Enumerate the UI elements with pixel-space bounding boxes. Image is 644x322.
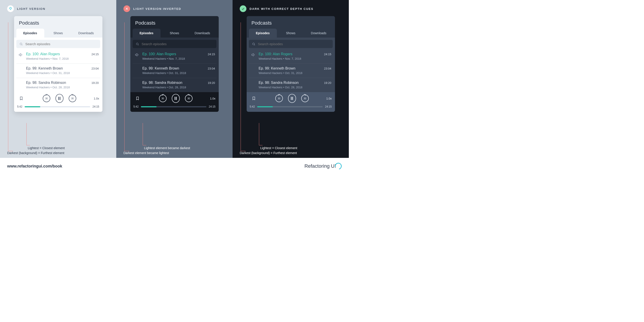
total-time: 24:15 — [92, 105, 99, 108]
annotation: Lightest = Closest element — [240, 146, 342, 150]
tab-episodes[interactable]: Episodes — [249, 28, 277, 38]
search-input[interactable] — [132, 40, 216, 48]
progress-bar[interactable] — [257, 106, 323, 107]
speaker-icon — [18, 52, 24, 60]
skip-forward-button[interactable]: 30 — [68, 94, 76, 102]
search-icon — [20, 42, 23, 46]
panel-inverted: LIGHT VERSION INVERTED Podcasts Episodes… — [116, 0, 232, 158]
tab-downloads[interactable]: Downloads — [72, 28, 100, 38]
episode-subtitle: Weekend Hackers • Nov. 7, 2018 — [142, 57, 215, 60]
tab-shows[interactable]: Shows — [44, 28, 72, 38]
skip-forward-button[interactable]: 30 — [301, 94, 309, 102]
episode-item[interactable]: Ep. 98: Sandra Robinson19:20 Weekend Hac… — [132, 78, 216, 92]
episode-subtitle: Weekend Hackers • Oct. 31, 2018 — [259, 71, 332, 75]
speaker-icon — [134, 52, 140, 60]
episode-item[interactable]: Ep. 99: Kenneth Brown23:04 Weekend Hacke… — [132, 64, 216, 78]
tab-episodes[interactable]: Episodes — [132, 28, 160, 38]
episode-title: Ep. 100: Alan Rogers — [259, 52, 292, 56]
episode-item[interactable]: Ep. 99: Kenneth Brown23:04 Weekend Hacke… — [249, 64, 333, 78]
tab-downloads[interactable]: Downloads — [305, 28, 333, 38]
episode-subtitle: Weekend Hackers • Nov. 7, 2018 — [26, 57, 99, 60]
progress-bar[interactable] — [24, 106, 90, 107]
panel-title: DARK WITH CORRECT DEPTH CUES — [250, 7, 314, 10]
episode-item[interactable]: Ep. 98: Sandra Robinson19:20 Weekend Hac… — [249, 78, 333, 92]
svg-marker-9 — [19, 54, 21, 56]
search-input[interactable] — [249, 40, 333, 48]
total-time: 24:15 — [325, 105, 332, 108]
annotation: Darkest (background) = Furthest element — [7, 151, 109, 155]
progress-bar[interactable] — [141, 106, 206, 107]
episode-duration: 24:15 — [208, 52, 215, 56]
annotation-leader — [143, 123, 146, 145]
tab-downloads[interactable]: Downloads — [188, 28, 216, 38]
annotation-leader — [8, 22, 13, 151]
search-field[interactable] — [142, 42, 213, 46]
svg-line-16 — [254, 44, 255, 45]
episode-title: Ep. 98: Sandra Robinson — [259, 81, 299, 85]
tab-shows[interactable]: Shows — [160, 28, 188, 38]
episode-title: Ep. 100: Alan Rogers — [142, 52, 176, 56]
episode-subtitle: Weekend Hackers • Oct. 28, 2018 — [26, 86, 99, 89]
speed-button[interactable]: 1.0x — [326, 97, 332, 100]
bookmark-button[interactable] — [250, 94, 258, 102]
episode-subtitle: Weekend Hackers • Oct. 28, 2018 — [259, 86, 332, 89]
elapsed-time: 5:42 — [134, 105, 139, 108]
search-input[interactable] — [16, 40, 100, 48]
episode-duration: 23:04 — [92, 67, 99, 70]
episode-duration: 19:20 — [208, 81, 215, 84]
pause-button[interactable] — [288, 94, 296, 102]
episode-item[interactable]: Ep. 100: Alan Rogers24:15 Weekend Hacker… — [132, 50, 216, 64]
skip-forward-button[interactable]: 30 — [185, 94, 193, 102]
svg-marker-14 — [135, 54, 137, 56]
panel-light: LIGHT VERSION Podcasts Episodes Shows Do… — [0, 0, 116, 158]
skip-back-button[interactable]: 30 — [42, 94, 50, 102]
episode-item[interactable]: Ep. 100: Alan Rogers24:15 Weekend Hacker… — [16, 50, 100, 64]
episode-title: Ep. 100: Alan Rogers — [26, 52, 60, 56]
speed-button[interactable]: 1.0x — [94, 97, 99, 100]
episode-item[interactable]: Ep. 100: Alan Rogers24:15 Weekend Hacker… — [249, 50, 333, 64]
episode-duration: 23:04 — [324, 67, 332, 70]
skip-back-button[interactable]: 30 — [159, 94, 167, 102]
episode-subtitle: Weekend Hackers • Oct. 28, 2018 — [142, 86, 215, 89]
search-field[interactable] — [258, 42, 330, 46]
footer: www.refactoringui.com/book Refactoring U… — [0, 158, 349, 174]
elapsed-time: 5:42 — [17, 105, 22, 108]
panel-title: LIGHT VERSION INVERTED — [133, 7, 181, 10]
episode-item[interactable]: Ep. 98: Sandra Robinson19:20 Weekend Hac… — [16, 78, 100, 92]
podcast-card: Podcasts Episodes Shows Downloads Ep. 10… — [130, 16, 219, 112]
search-icon — [252, 42, 255, 46]
svg-point-12 — [136, 43, 138, 45]
svg-point-0 — [10, 8, 12, 10]
podcast-card: Podcasts Episodes Shows Downloads Ep. 10… — [14, 16, 102, 112]
tab-episodes[interactable]: Episodes — [16, 28, 44, 38]
episode-subtitle: Weekend Hackers • Nov. 7, 2018 — [259, 57, 332, 60]
card-title: Podcasts — [247, 16, 335, 28]
podcast-card: Podcasts Episodes Shows Downloads Ep. 10… — [247, 16, 335, 112]
pause-button[interactable] — [172, 94, 180, 102]
episode-item[interactable]: Ep. 99: Kenneth Brown23:04 Weekend Hacke… — [16, 64, 100, 78]
episode-title: Ep. 98: Sandra Robinson — [26, 81, 66, 85]
x-icon — [124, 5, 130, 12]
episode-subtitle: Weekend Hackers • Oct. 31, 2018 — [26, 71, 99, 75]
pause-button[interactable] — [56, 94, 64, 102]
annotation-leader — [259, 123, 262, 145]
episode-duration: 19:20 — [324, 81, 332, 84]
skip-back-button[interactable]: 30 — [275, 94, 283, 102]
search-icon — [136, 42, 139, 46]
speed-button[interactable]: 1.0x — [210, 97, 216, 100]
bookmark-button[interactable] — [17, 94, 25, 102]
annotation: Darkest element became lightest — [124, 151, 226, 155]
elapsed-time: 5:42 — [250, 105, 255, 108]
svg-marker-17 — [252, 54, 253, 56]
panel-dark: DARK WITH CORRECT DEPTH CUES Podcasts Ep… — [232, 0, 349, 158]
search-field[interactable] — [25, 42, 97, 46]
episode-title: Ep. 99: Kenneth Brown — [259, 66, 296, 70]
annotation: Lightest element became darkest — [124, 146, 226, 150]
lightbulb-icon — [7, 5, 14, 12]
tab-shows[interactable]: Shows — [277, 28, 305, 38]
bookmark-button[interactable] — [134, 94, 142, 102]
speaker-icon — [251, 52, 256, 60]
footer-url: www.refactoringui.com/book — [7, 164, 62, 168]
episode-subtitle: Weekend Hackers • Oct. 31, 2018 — [142, 71, 215, 75]
episode-duration: 24:15 — [92, 52, 99, 56]
